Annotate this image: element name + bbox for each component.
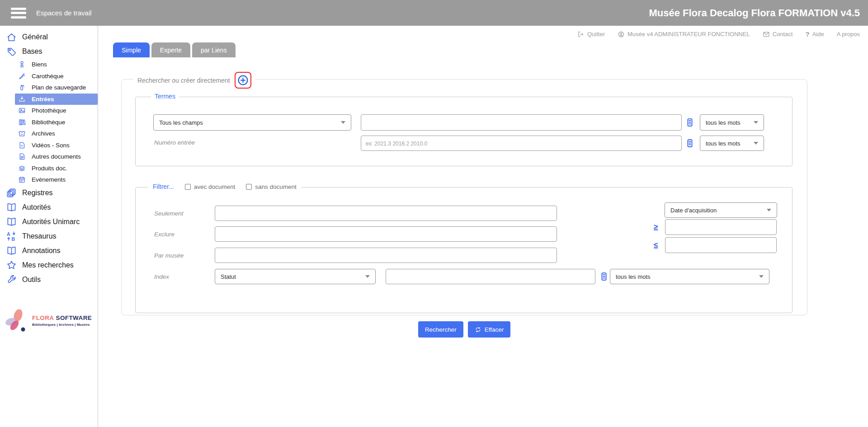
effacer-button[interactable]: Effacer <box>468 321 511 338</box>
search-mode-tabs: Simple Experte par Liens <box>113 42 236 57</box>
less-equal-link[interactable]: ≤ <box>654 241 658 250</box>
par-musee-input[interactable] <box>215 248 557 263</box>
chevron-down-icon <box>754 142 758 145</box>
mode-select-1[interactable]: tous les mots <box>700 114 764 131</box>
sidebar-item-produits-doc[interactable]: Produits doc. <box>0 163 98 174</box>
statue-icon <box>18 61 26 68</box>
seulement-label: Seulement <box>154 210 184 217</box>
tab-experte[interactable]: Experte <box>151 42 190 57</box>
sidebar-item-archives[interactable]: Archives <box>0 128 98 140</box>
chevron-down-icon <box>754 121 758 124</box>
sidebar-item-registres[interactable]: Registres <box>0 186 98 200</box>
filtrer-legend-row: Filtrer... avec document sans document <box>148 183 301 190</box>
index-select[interactable]: Statut <box>215 269 376 284</box>
chevron-down-icon <box>767 209 771 211</box>
tab-simple[interactable]: Simple <box>113 42 150 57</box>
exclure-input[interactable] <box>215 226 557 242</box>
copies-icon <box>6 188 17 198</box>
flora-flower-icon <box>5 308 28 334</box>
sidebar-item-thesaurus[interactable]: Thesaurus <box>0 229 98 244</box>
hamburger-menu-icon[interactable] <box>11 8 26 19</box>
avec-document-option[interactable]: avec document <box>185 183 236 190</box>
open-box-icon <box>18 130 26 137</box>
date-from-input[interactable] <box>665 219 777 235</box>
sidebar-item-bases[interactable]: Bases <box>0 44 98 59</box>
create-new-button[interactable] <box>235 72 251 89</box>
aide-link[interactable]: ? Aide <box>805 30 824 38</box>
date-field-select[interactable]: Date d'acquisition <box>665 202 777 218</box>
download-tray-icon <box>18 95 26 103</box>
seulement-input[interactable] <box>215 206 557 221</box>
index-list-icon[interactable] <box>685 117 694 128</box>
app-title: Musée Flora Decalog Flora FORMATION v4.5 <box>649 7 860 19</box>
sidebar-item-entrees[interactable]: Entrées <box>15 94 98 105</box>
refresh-icon <box>475 326 481 333</box>
par-musee-label: Par musée <box>154 252 184 259</box>
tag-icon <box>6 47 17 57</box>
sidebar-item-autorites[interactable]: Autorités <box>0 200 98 215</box>
filtrer-fieldset: Filtrer... avec document sans document S… <box>135 187 793 313</box>
question-icon: ? <box>805 30 809 38</box>
tab-par-liens[interactable]: par Liens <box>192 42 236 57</box>
chevron-down-icon <box>365 275 370 278</box>
sidebar-item-evenements[interactable]: Evènements <box>0 174 98 186</box>
sidebar-item-plan-de-sauvegarde[interactable]: Plan de sauvegarde <box>0 82 98 94</box>
chevron-down-icon <box>341 121 345 124</box>
sans-document-option[interactable]: sans document <box>246 183 297 190</box>
workspaces-label: Espaces de travail <box>36 9 92 17</box>
terms-input[interactable] <box>361 114 682 131</box>
filtrer-legend: Filtrer... <box>153 183 174 190</box>
greater-equal-link[interactable]: ≥ <box>654 223 658 232</box>
sidebar-item-autorites-unimarc[interactable]: Autorités Unimarc <box>0 215 98 229</box>
termes-legend: Termes <box>151 93 179 100</box>
mode-select-3[interactable]: tous les mots <box>610 269 769 284</box>
sort-az-icon <box>6 231 17 241</box>
sidebar-item-phototheque[interactable]: Photothèque <box>0 105 98 117</box>
calendar-icon <box>18 176 26 183</box>
header-links: Quitter Musée v4 ADMINISTRATEUR FONCTION… <box>98 26 868 38</box>
sidebar-item-videos-sons[interactable]: Vidéos - Sons <box>0 140 98 151</box>
sidebar-item-general[interactable]: Général <box>0 30 98 44</box>
star-icon <box>6 260 17 270</box>
field-select[interactable]: Tous les champs <box>153 114 351 131</box>
sidebar-item-annotations[interactable]: Annotations <box>0 244 98 258</box>
sidebar-item-mes-recherches[interactable]: Mes recherches <box>0 258 98 272</box>
action-buttons: Rechercher Effacer <box>121 321 807 338</box>
index-list-icon[interactable] <box>599 271 609 282</box>
layers-icon <box>18 164 26 172</box>
sidebar-item-bibliotheque[interactable]: Bibliothèque <box>0 117 98 128</box>
video-file-icon <box>18 141 26 149</box>
quitter-link[interactable]: Quitter <box>577 31 605 38</box>
a-propos-link[interactable]: A propos <box>837 31 860 38</box>
rechercher-button[interactable]: Rechercher <box>418 321 463 338</box>
numero-entree-input[interactable] <box>361 136 682 151</box>
user-account-link[interactable]: Musée v4 ADMINISTRATEUR FONCTIONNEL <box>618 31 750 38</box>
extinguisher-icon <box>18 84 26 91</box>
document-icon <box>18 153 26 160</box>
numero-entree-label: Numéro entrée <box>154 139 195 146</box>
main-content: Quitter Musée v4 ADMINISTRATEUR FONCTION… <box>98 26 868 427</box>
top-bar: Espaces de travail Musée Flora Decalog F… <box>0 0 868 26</box>
termes-fieldset: Termes Tous les champs tous les mots Num… <box>135 97 793 166</box>
date-to-input[interactable] <box>665 237 777 253</box>
sidebar-item-outils[interactable]: Outils <box>0 272 98 287</box>
sidebar: Général Bases Biens Carothèque Plan de s… <box>0 26 98 427</box>
index-value-input[interactable] <box>386 269 595 284</box>
sidebar-item-biens[interactable]: Biens <box>0 59 98 70</box>
sans-document-checkbox[interactable] <box>246 184 252 190</box>
contact-link[interactable]: Contact <box>763 31 793 38</box>
open-book-icon <box>6 216 17 227</box>
sidebar-item-carotheque[interactable]: Carothèque <box>0 70 98 82</box>
user-circle-icon <box>618 31 625 38</box>
sidebar-item-autres-documents[interactable]: Autres documents <box>0 151 98 163</box>
logout-icon <box>577 31 585 38</box>
avec-document-checkbox[interactable] <box>185 184 191 190</box>
panel-legend: Rechercher ou créer directement <box>133 72 255 89</box>
open-book-icon <box>6 245 17 256</box>
home-icon <box>6 32 17 42</box>
index-list-icon[interactable] <box>685 138 694 149</box>
carrot-icon <box>18 72 26 80</box>
brand-tagline: Bibliothèques | Archives | Musées <box>32 323 92 327</box>
mode-select-2[interactable]: tous les mots <box>700 136 764 151</box>
exclure-label: Exclure <box>154 231 175 238</box>
